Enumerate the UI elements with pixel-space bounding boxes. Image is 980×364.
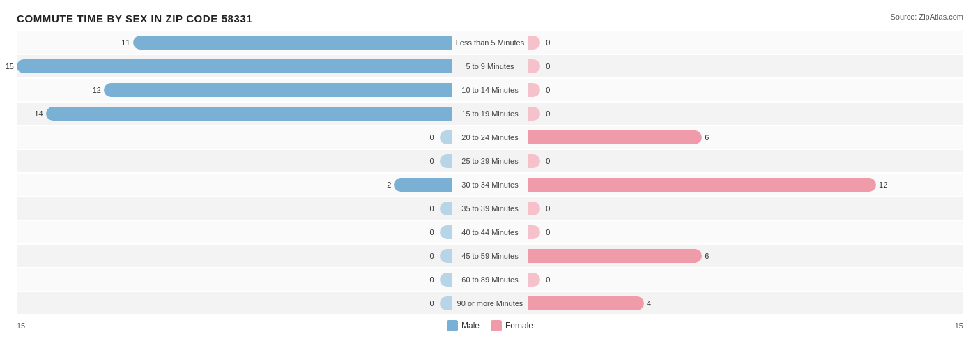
- bar-container: 0 40 to 44 Minutes 0: [17, 222, 963, 242]
- center-label: 40 to 44 Minutes: [452, 228, 528, 236]
- female-bar-wrap: 6: [528, 249, 963, 263]
- male-bar: [104, 83, 452, 97]
- male-bar-zero: [440, 130, 452, 144]
- center-label: 30 to 34 Minutes: [452, 181, 528, 189]
- bar-row: 0 60 to 89 Minutes 0: [17, 268, 963, 291]
- bar-row: 2 30 to 34 Minutes 12: [17, 174, 963, 196]
- bar-container: 15 5 to 9 Minutes 0: [17, 56, 963, 76]
- chart-area: 11 Less than 5 Minutes 0: [17, 31, 963, 314]
- center-label: 25 to 29 Minutes: [452, 157, 528, 165]
- male-val: 0: [430, 204, 434, 213]
- left-section: 0: [17, 199, 452, 218]
- male-bar-zero: [440, 225, 452, 239]
- female-bar-zero: [528, 83, 540, 97]
- female-bar-zero: [528, 36, 540, 50]
- male-bar-wrap: 0: [17, 296, 452, 310]
- source-label: Source: ZipAtlas.com: [890, 13, 963, 21]
- female-bar: [528, 296, 644, 310]
- female-bar-wrap: 6: [528, 130, 963, 144]
- legend-male-label: Male: [461, 321, 480, 331]
- legend-male: Male: [447, 320, 480, 331]
- right-section: 0: [528, 80, 963, 100]
- female-bar-wrap: 0: [528, 59, 963, 73]
- male-bar-zero: [440, 273, 452, 287]
- center-label: 10 to 14 Minutes: [452, 86, 528, 94]
- bar-row: 0 40 to 44 Minutes 0: [17, 221, 963, 243]
- female-val: 0: [546, 86, 550, 94]
- male-bar-wrap: 14: [17, 107, 452, 121]
- female-val: 12: [879, 181, 887, 189]
- female-val: 0: [546, 204, 550, 213]
- female-val: 0: [546, 275, 550, 284]
- female-val: 0: [546, 38, 550, 47]
- page-wrapper: COMMUTE TIME BY SEX IN ZIP CODE 58331 So…: [17, 13, 963, 331]
- left-section: 15: [17, 56, 452, 76]
- right-section: 4: [528, 294, 963, 313]
- female-bar-wrap: 12: [528, 178, 963, 192]
- male-bar-wrap: 12: [17, 83, 452, 97]
- female-bar-wrap: 0: [528, 83, 963, 97]
- female-bar-wrap: 0: [528, 273, 963, 287]
- center-label: 5 to 9 Minutes: [452, 62, 528, 70]
- male-bar-wrap: 0: [17, 202, 452, 215]
- female-bar: [528, 178, 876, 192]
- male-bar-wrap: 0: [17, 225, 452, 239]
- legend-female-label: Female: [505, 321, 533, 331]
- male-val: 0: [430, 299, 434, 308]
- male-bar-wrap: 0: [17, 273, 452, 287]
- male-bar: [17, 59, 452, 73]
- male-bar-wrap: 0: [17, 130, 452, 144]
- female-bar-wrap: 4: [528, 296, 963, 310]
- left-section: 0: [17, 151, 452, 171]
- legend-female: Female: [491, 320, 533, 331]
- male-bar-zero: [440, 296, 452, 310]
- bar-container: 2 30 to 34 Minutes 12: [17, 175, 963, 195]
- legend: Male Female: [447, 320, 533, 331]
- center-label: 60 to 89 Minutes: [452, 275, 528, 284]
- female-bar: [528, 130, 702, 144]
- left-section: 2: [17, 175, 452, 195]
- bar-container: 0 35 to 39 Minutes 0: [17, 199, 963, 218]
- female-color-box: [491, 320, 502, 331]
- female-bar-zero: [528, 202, 540, 215]
- left-section: 11: [17, 33, 452, 52]
- male-val: 2: [387, 181, 391, 189]
- bar-row: 0 90 or more Minutes 4: [17, 292, 963, 314]
- male-color-box: [447, 320, 458, 331]
- male-bar-wrap: 15: [17, 59, 452, 73]
- female-val: 6: [705, 133, 709, 142]
- right-section: 0: [528, 222, 963, 242]
- right-section: 6: [528, 246, 963, 266]
- female-bar-zero: [528, 59, 540, 73]
- female-val: 6: [705, 252, 709, 260]
- bar-container: 0 90 or more Minutes 4: [17, 294, 963, 313]
- male-val: 0: [430, 275, 434, 284]
- male-val: 0: [430, 157, 434, 165]
- female-val: 0: [546, 157, 550, 165]
- female-bar-wrap: 0: [528, 225, 963, 239]
- bar-row: 0 45 to 59 Minutes 6: [17, 245, 963, 267]
- center-label: 20 to 24 Minutes: [452, 133, 528, 142]
- bar-container: 0 45 to 59 Minutes 6: [17, 246, 963, 266]
- bar-container: 0 60 to 89 Minutes 0: [17, 270, 963, 289]
- center-label: 35 to 39 Minutes: [452, 204, 528, 213]
- center-label: 90 or more Minutes: [452, 299, 528, 308]
- right-section: 0: [528, 33, 963, 52]
- left-section: 0: [17, 270, 452, 289]
- male-val: 0: [430, 252, 434, 260]
- bar-container: 12 10 to 14 Minutes 0: [17, 80, 963, 100]
- bar-row: 15 5 to 9 Minutes 0: [17, 55, 963, 77]
- bar-row: 0 20 to 24 Minutes 6: [17, 126, 963, 149]
- male-val: 14: [34, 109, 43, 118]
- right-section: 0: [528, 151, 963, 171]
- female-bar-wrap: 0: [528, 36, 963, 50]
- male-val: 11: [121, 38, 130, 47]
- center-label: Less than 5 Minutes: [452, 38, 528, 47]
- male-bar-zero: [440, 154, 452, 168]
- chart-title: COMMUTE TIME BY SEX IN ZIP CODE 58331: [17, 13, 252, 24]
- left-section: 0: [17, 246, 452, 266]
- female-val: 0: [546, 228, 550, 236]
- male-bar-wrap: 0: [17, 249, 452, 263]
- bar-row: 0 25 to 29 Minutes 0: [17, 150, 963, 172]
- female-val: 0: [546, 109, 550, 118]
